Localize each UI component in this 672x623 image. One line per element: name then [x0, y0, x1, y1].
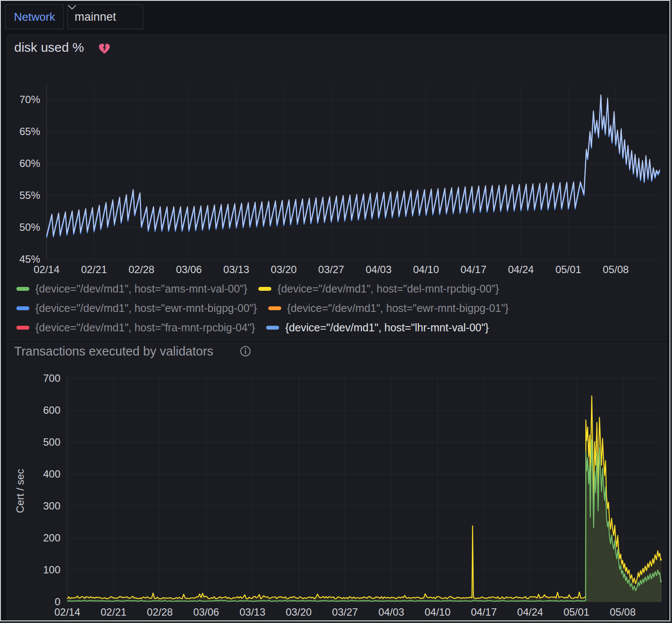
- y-tick-label: 300: [43, 500, 60, 512]
- x-tick-label: 02/14: [34, 264, 60, 275]
- disk-used-chart[interactable]: 45%50%55%60%65%70%02/1402/2102/2803/0603…: [7, 35, 667, 283]
- x-tick-label: 02/28: [129, 264, 154, 275]
- legend-label: {device="/dev/md1", host="lhr-mnt-val-00…: [285, 321, 489, 334]
- x-tick-label: 04/10: [413, 264, 439, 275]
- legend-swatch: [258, 287, 271, 291]
- x-tick-label: 02/21: [100, 606, 126, 618]
- legend-item[interactable]: {device="/dev/md1", host="ewr-mnt-bigpg-…: [268, 303, 509, 314]
- y-tick-label: 600: [43, 404, 60, 416]
- legend-swatch: [268, 306, 281, 310]
- x-tick-label: 05/01: [563, 606, 589, 618]
- series-line: [67, 440, 662, 601]
- legend-swatch: [16, 306, 29, 310]
- x-tick-label: 05/01: [556, 264, 581, 275]
- x-tick-label: 03/20: [286, 606, 312, 618]
- x-tick-label: 03/20: [271, 264, 297, 275]
- x-tick-label: 02/14: [54, 606, 80, 618]
- legend-swatch: [266, 326, 279, 330]
- y-tick-label: 500: [43, 436, 60, 448]
- x-tick-label: 04/17: [471, 606, 497, 618]
- legend-label: {device="/dev/md1", host="ewr-mnt-bigpg-…: [35, 302, 257, 315]
- chevron-down-icon: [68, 5, 76, 10]
- x-tick-label: 04/03: [366, 264, 392, 275]
- x-tick-label: 03/06: [193, 606, 219, 618]
- y-tick-label: 55%: [19, 189, 40, 201]
- x-tick-label: 04/24: [508, 264, 534, 275]
- legend-item[interactable]: {device="/dev/md1", host="fra-mnt-rpcbig…: [16, 322, 255, 333]
- x-tick-label: 04/10: [424, 606, 450, 618]
- y-tick-label: 400: [43, 468, 60, 480]
- network-variable-dropdown[interactable]: mainnet: [67, 4, 143, 29]
- y-tick-label: 100: [43, 564, 60, 576]
- transactions-chart[interactable]: 010020030040050060070002/1402/2102/2803/…: [7, 343, 667, 621]
- series-line: [47, 97, 660, 238]
- legend-swatch: [16, 326, 29, 330]
- variable-label: Network: [14, 10, 55, 24]
- panel-disk-used: disk used % 45%50%55%60%65%70%02/1402/21…: [7, 35, 667, 341]
- legend-label: {device="/dev/md1", host="ams-mnt-val-00…: [35, 283, 247, 295]
- y-tick-label: 65%: [19, 126, 40, 137]
- x-tick-label: 03/27: [318, 264, 344, 275]
- x-tick-label: 04/17: [461, 264, 487, 275]
- y-tick-label: 0: [55, 596, 60, 607]
- legend-item[interactable]: {device="/dev/md1", host="ams-mnt-val-00…: [16, 283, 247, 294]
- x-tick-label: 02/21: [81, 264, 107, 275]
- x-tick-label: 04/03: [378, 606, 404, 618]
- variable-value: mainnet: [75, 10, 116, 24]
- x-tick-label: 05/08: [603, 264, 629, 275]
- panel-transactions: Transactions executed by validators Cert…: [7, 343, 667, 621]
- variable-label-box[interactable]: Network: [5, 4, 64, 29]
- legend-item[interactable]: {device="/dev/md1", host="lhr-mnt-val-00…: [266, 322, 489, 333]
- x-tick-label: 05/08: [610, 606, 636, 618]
- series-line: [67, 396, 662, 599]
- y-tick-label: 60%: [19, 157, 40, 169]
- legend-swatch: [16, 287, 29, 291]
- series-fill: [67, 440, 662, 602]
- legend-label: {device="/dev/md1", host="del-mnt-rpcbig…: [277, 283, 499, 295]
- y-tick-label: 700: [43, 372, 60, 384]
- x-tick-label: 02/28: [147, 606, 173, 618]
- legend-item[interactable]: {device="/dev/md1", host="del-mnt-rpcbig…: [258, 283, 499, 294]
- x-tick-label: 03/06: [176, 264, 202, 275]
- y-tick-label: 70%: [19, 94, 40, 105]
- legend-item[interactable]: {device="/dev/md1", host="ewr-mnt-bigpg-…: [16, 303, 257, 314]
- y-tick-label: 45%: [19, 253, 40, 265]
- series-fill: [67, 396, 662, 602]
- x-tick-label: 03/13: [223, 264, 249, 275]
- x-tick-label: 03/27: [332, 606, 358, 618]
- y-tick-label: 50%: [19, 221, 40, 233]
- dashboard: Network mainnet disk used % 45%50%55%60%…: [0, 0, 670, 621]
- legend-label: {device="/dev/md1", host="fra-mnt-rpcbig…: [35, 321, 255, 334]
- x-tick-label: 04/24: [517, 606, 543, 618]
- legend-label: {device="/dev/md1", host="ewr-mnt-bigpg-…: [287, 302, 509, 315]
- x-tick-label: 03/13: [239, 606, 265, 618]
- chart-legend: {device="/dev/md1", host="ams-mnt-val-00…: [16, 283, 663, 333]
- y-tick-label: 200: [43, 532, 60, 544]
